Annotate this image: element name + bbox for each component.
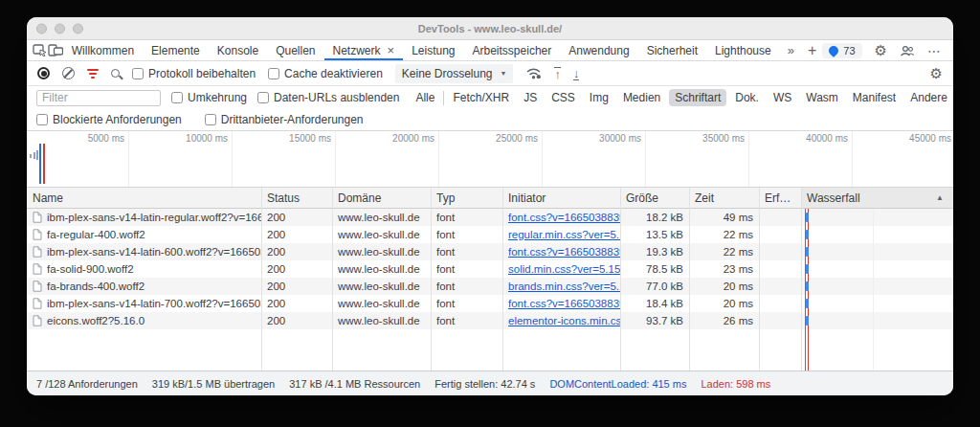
column-header-waterfall[interactable]: Wasserfall ▲ <box>801 188 953 208</box>
devtools-tab[interactable]: Lighthouse× <box>706 40 780 60</box>
cell-initiator: solid.min.css?ver=5.15.3 <box>502 263 620 275</box>
table-row[interactable]: fa-regular-400.woff2 200 www.leo-skull.d… <box>27 226 953 243</box>
inspect-element-icon[interactable] <box>33 40 48 60</box>
filter-pill[interactable]: Wasm <box>800 89 844 106</box>
issues-badge[interactable]: 73 <box>822 43 861 58</box>
column-header-time[interactable]: Zeit <box>689 191 759 205</box>
table-row[interactable]: fa-solid-900.woff2 200 www.leo-skull.de … <box>27 260 953 278</box>
initiator-link[interactable]: elementor-icons.min.css... <box>508 315 620 326</box>
filter-pill[interactable]: Dok. <box>729 89 765 106</box>
checkbox-icon[interactable] <box>132 68 144 79</box>
devtools-tab[interactable]: Arbeitsspeicher× <box>464 40 561 60</box>
tab-label: Lighthouse <box>715 44 771 57</box>
cell-domain: www.leo-skull.de <box>332 246 431 258</box>
filter-pill[interactable]: JS <box>518 89 543 106</box>
add-tab-icon[interactable]: + <box>802 40 822 60</box>
table-row[interactable]: ibm-plex-sans-v14-latin-regular.woff2?v=… <box>27 209 953 226</box>
filter-pill-all[interactable]: Alle <box>410 89 440 106</box>
file-icon <box>33 281 42 292</box>
devtools-tab[interactable]: Willkommen× <box>63 40 143 60</box>
preserve-log-checkbox[interactable]: Protokoll beibehalten <box>132 67 256 80</box>
filter-icon[interactable] <box>87 69 99 79</box>
table-row[interactable]: fa-brands-400.woff2 200 www.leo-skull.de… <box>27 278 953 295</box>
sort-ascending-icon: ▲ <box>936 193 944 202</box>
cell-name: ibm-plex-sans-v14-latin-700.woff2?v=1665… <box>27 298 261 309</box>
devtools-tab[interactable]: Leistung× <box>403 40 463 60</box>
throttling-value: Keine Drosselung <box>402 67 493 80</box>
traffic-lights <box>36 23 83 34</box>
cell-time: 20 ms <box>689 281 759 292</box>
blocked-requests-checkbox[interactable]: Blockierte Anforderungen <box>36 113 182 126</box>
checkbox-icon[interactable] <box>205 114 216 125</box>
checkbox-icon[interactable] <box>268 68 279 79</box>
table-rows: ibm-plex-sans-v14-latin-regular.woff2?v=… <box>27 209 953 329</box>
filter-pill[interactable]: WS <box>768 89 797 106</box>
column-header-name[interactable]: Name <box>27 191 261 205</box>
invert-checkbox[interactable]: Umkehrung <box>171 91 247 104</box>
request-name: fa-brands-400.woff2 <box>47 281 145 292</box>
clear-icon[interactable] <box>62 67 75 79</box>
column-header-domain[interactable]: Domäne <box>332 191 431 205</box>
filter-pill[interactable]: Fetch/XHR <box>447 89 515 106</box>
close-window-button[interactable] <box>36 23 47 34</box>
column-header-status[interactable]: Status <box>261 191 332 205</box>
search-icon[interactable] <box>111 69 120 78</box>
pill-label: CSS <box>551 91 575 104</box>
table-row[interactable]: ibm-plex-sans-v14-latin-600.woff2?v=1665… <box>27 243 953 260</box>
export-har-icon[interactable]: ↓ <box>573 67 580 80</box>
initiator-link[interactable]: font.css?v=1665038839 <box>508 212 620 223</box>
filter-pill[interactable]: CSS <box>546 89 581 106</box>
filter-pill[interactable]: Andere <box>904 89 953 106</box>
waterfall-bar <box>806 264 809 274</box>
devtools-tab[interactable]: Konsole× <box>209 40 267 60</box>
checkbox-icon[interactable] <box>171 92 183 103</box>
cell-domain: www.leo-skull.de <box>332 212 431 223</box>
cell-size: 78.5 kB <box>620 263 689 275</box>
column-header-initiator[interactable]: Initiator <box>502 191 620 205</box>
more-menu-icon[interactable]: ⋯ <box>927 43 941 58</box>
filter-pill[interactable]: Schriftart <box>669 89 726 106</box>
column-header-size[interactable]: Größe <box>620 191 689 205</box>
network-overview-timeline[interactable]: 5000 ms 10000 ms 15000 ms 20000 ms 25000… <box>27 131 953 188</box>
initiator-link[interactable]: brands.min.css?ver=5.1... <box>508 281 620 292</box>
waterfall-bar <box>806 247 809 257</box>
cell-status: 200 <box>261 263 332 275</box>
minimize-window-button[interactable] <box>55 23 65 34</box>
throttling-select[interactable]: Keine Drosselung ▼ <box>395 64 514 83</box>
devtools-tab[interactable]: Anwendung× <box>560 40 637 60</box>
devtools-tab[interactable]: Netzwerk× <box>324 40 404 60</box>
cell-domain: www.leo-skull.de <box>332 315 431 326</box>
checkbox-icon[interactable] <box>36 114 48 125</box>
filter-pill[interactable]: Img <box>584 89 614 106</box>
initiator-link[interactable]: regular.min.css?ver=5.1... <box>508 229 620 240</box>
devtools-tab[interactable]: Quellen× <box>267 40 323 60</box>
device-toolbar-icon[interactable] <box>48 40 63 60</box>
zoom-window-button[interactable] <box>73 23 83 34</box>
column-header-type[interactable]: Typ <box>431 191 502 205</box>
checkbox-icon[interactable] <box>257 92 269 103</box>
hide-data-urls-checkbox[interactable]: Daten-URLs ausblenden <box>257 91 399 104</box>
more-tabs-icon[interactable]: » <box>780 40 802 60</box>
filter-input[interactable] <box>36 90 161 106</box>
import-har-icon[interactable]: ↑ <box>554 67 561 80</box>
pill-label: JS <box>523 91 537 104</box>
network-settings-gear-icon[interactable]: ⚙ <box>930 66 943 80</box>
tab-label: Netzwerk <box>333 44 381 57</box>
disable-cache-checkbox[interactable]: Cache deaktivieren <box>268 67 383 80</box>
record-icon[interactable] <box>37 67 50 79</box>
devtools-tab[interactable]: Elemente× <box>143 40 209 60</box>
initiator-link[interactable]: font.css?v=1665038839 <box>508 298 620 309</box>
column-header-fulfilled[interactable]: Erfüllt... <box>759 191 801 205</box>
filter-pill[interactable]: Medien <box>617 89 666 106</box>
settings-gear-icon[interactable]: ⚙ <box>875 43 887 57</box>
initiator-link[interactable]: solid.min.css?ver=5.15.3 <box>508 263 620 275</box>
filter-pill[interactable]: Manifest <box>847 89 902 106</box>
table-row[interactable]: ibm-plex-sans-v14-latin-700.woff2?v=1665… <box>27 295 953 312</box>
profile-icon[interactable] <box>900 45 915 56</box>
table-row[interactable]: eicons.woff2?5.16.0 200 www.leo-skull.de… <box>27 312 953 329</box>
initiator-link[interactable]: font.css?v=1665038839 <box>508 246 620 258</box>
devtools-tab[interactable]: Sicherheit× <box>638 40 706 60</box>
network-conditions-icon[interactable] <box>525 67 542 79</box>
third-party-checkbox[interactable]: Drittanbieter-Anforderungen <box>205 113 364 126</box>
close-icon[interactable]: × <box>388 44 395 56</box>
